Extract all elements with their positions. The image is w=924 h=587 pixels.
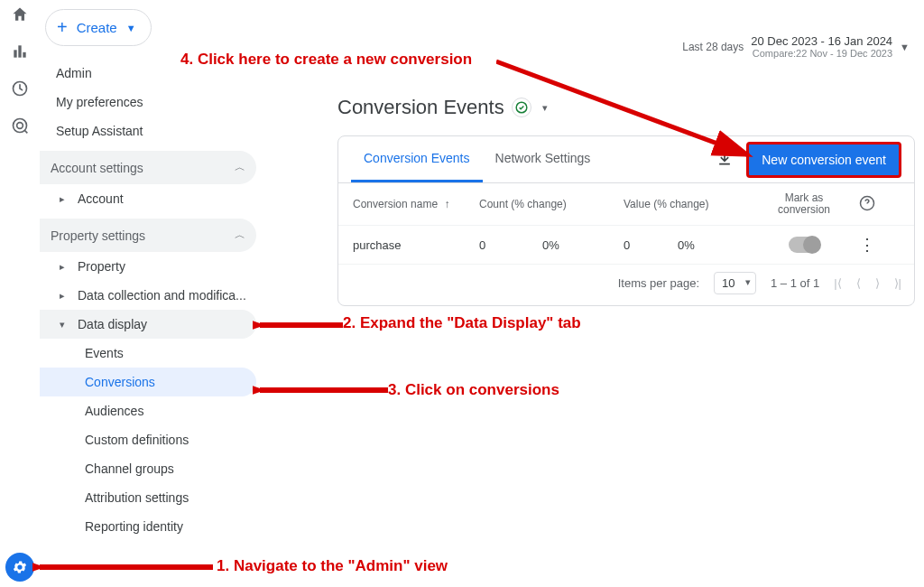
explore-icon[interactable] [11, 79, 29, 100]
sidebar-sub-attribution-settings[interactable]: Attribution settings [40, 483, 256, 512]
page-last-icon[interactable]: ⟩| [894, 276, 901, 290]
tab-conversion-events[interactable]: Conversion Events [351, 136, 483, 182]
table-row: purchase 0 0% 0 0% ⋮ [338, 226, 914, 264]
items-per-page-label: Items per page: [618, 276, 699, 290]
sidebar-item-property[interactable]: ▸ Property [40, 252, 256, 281]
create-button-label: Create [77, 20, 117, 35]
sidebar-item-label: Account [78, 191, 124, 206]
chevron-down-icon: ▼ [900, 42, 910, 52]
caret-right-icon: ▸ [60, 290, 69, 302]
conversion-events-card: Conversion Events Network Settings New c… [337, 135, 915, 306]
sidebar-item-label: Data display [78, 317, 147, 331]
page-range: 1 – 1 of 1 [771, 276, 819, 290]
col-conversion-name[interactable]: Conversion name ↑ [353, 198, 479, 210]
chevron-down-icon[interactable]: ▾ [542, 102, 548, 114]
main-content: Last 28 days 20 Dec 2023 - 16 Jan 2024 C… [256, 0, 924, 587]
cell-value: 0 [624, 238, 678, 252]
cell-count-pct: 0% [542, 238, 624, 252]
col-count[interactable]: Count (% change) [479, 198, 624, 210]
status-ok-icon[interactable] [512, 98, 531, 117]
page-first-icon[interactable]: |⟨ [834, 276, 841, 290]
sidebar-group-label: Account settings [51, 161, 143, 175]
download-icon[interactable] [716, 149, 734, 170]
sidebar-group-label: Property settings [51, 228, 145, 243]
col-value[interactable]: Value (% change) [624, 198, 759, 210]
cell-name[interactable]: purchase [353, 238, 479, 252]
cell-value-pct: 0% [678, 238, 759, 252]
date-range-value: 20 Dec 2023 - 16 Jan 2024 Compare:22 Nov… [751, 34, 892, 59]
left-icon-rail [0, 0, 40, 587]
new-conversion-event-button[interactable]: New conversion event [746, 142, 901, 178]
sidebar-group-account-settings[interactable]: Account settings ︿ [40, 151, 256, 184]
mark-as-conversion-toggle[interactable] [759, 237, 849, 253]
sidebar-sub-conversions[interactable]: Conversions [40, 368, 256, 396]
home-icon[interactable] [11, 5, 29, 26]
sidebar-sub-channel-groups[interactable]: Channel groups [40, 454, 256, 483]
sort-asc-icon: ↑ [444, 198, 449, 210]
pagination: Items per page: 10 1 – 1 of 1 |⟨ ⟨ ⟩ ⟩| [338, 264, 914, 305]
svg-rect-0 [14, 50, 16, 57]
sidebar-link-setup-assistant[interactable]: Setup Assistant [40, 116, 256, 145]
chevron-up-icon: ︿ [235, 228, 245, 243]
sidebar-sub-reporting-identity[interactable]: Reporting identity [40, 512, 256, 541]
svg-rect-1 [18, 45, 21, 57]
create-button[interactable]: + Create ▼ [45, 9, 152, 46]
chevron-down-icon: ▼ [126, 23, 136, 33]
sidebar-item-label: Data collection and modifica... [78, 288, 246, 303]
svg-point-5 [17, 123, 23, 129]
row-menu-icon[interactable]: ⋮ [849, 235, 885, 255]
svg-rect-2 [23, 52, 25, 58]
sidebar-sub-custom-definitions[interactable]: Custom definitions [40, 425, 256, 454]
sidebar-group-property-settings[interactable]: Property settings ︿ [40, 219, 256, 252]
date-range-compare: Compare:22 Nov - 19 Dec 2023 [751, 48, 892, 59]
caret-down-icon: ▾ [60, 319, 69, 331]
page-prev-icon[interactable]: ⟨ [856, 276, 861, 290]
tab-network-settings[interactable]: Network Settings [483, 136, 604, 182]
cell-count: 0 [479, 238, 542, 252]
sidebar-item-data-display[interactable]: ▾ Data display [40, 310, 256, 339]
advertising-icon[interactable] [11, 116, 29, 137]
caret-right-icon: ▸ [60, 261, 69, 273]
plus-icon: + [57, 17, 68, 38]
sidebar-link-admin[interactable]: Admin [40, 59, 256, 88]
sidebar-item-label: Property [78, 259, 125, 274]
date-range-main: 20 Dec 2023 - 16 Jan 2024 [751, 34, 892, 48]
sidebar-item-account[interactable]: ▸ Account [40, 184, 256, 213]
page-next-icon[interactable]: ⟩ [875, 276, 880, 290]
caret-right-icon: ▸ [60, 193, 69, 205]
col-mark-as-conversion: Mark as conversion [759, 192, 849, 216]
sidebar-sub-events[interactable]: Events [40, 339, 256, 368]
date-range-preset: Last 28 days [682, 41, 744, 53]
sidebar-link-my-preferences[interactable]: My preferences [40, 88, 256, 116]
items-per-page-select[interactable]: 10 [714, 272, 756, 294]
admin-sidebar: + Create ▼ Admin My preferences Setup As… [40, 0, 256, 587]
sidebar-item-data-collection[interactable]: ▸ Data collection and modifica... [40, 281, 256, 310]
date-range-picker[interactable]: Last 28 days 20 Dec 2023 - 16 Jan 2024 C… [682, 34, 910, 59]
help-icon[interactable] [849, 195, 885, 214]
table-header: Conversion name ↑ Count (% change) Value… [338, 183, 914, 226]
chevron-up-icon: ︿ [235, 160, 245, 175]
reports-icon[interactable] [11, 42, 29, 63]
page-title: Conversion Events [337, 96, 504, 119]
sidebar-sub-audiences[interactable]: Audiences [40, 396, 256, 425]
admin-gear-button[interactable] [5, 553, 34, 582]
